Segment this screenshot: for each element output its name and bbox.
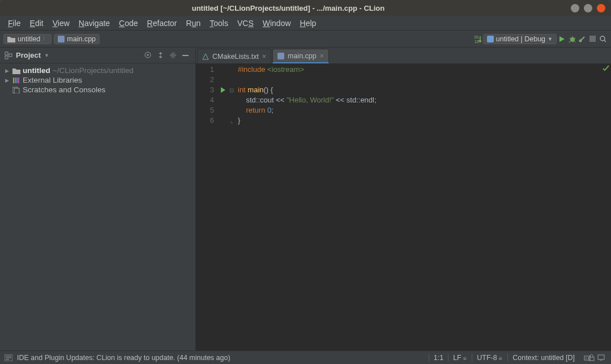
scratches-label: Scratches and Consoles: [23, 85, 105, 94]
breadcrumb-file[interactable]: main.cpp: [54, 34, 100, 44]
fold-close-icon[interactable]: ⌞: [228, 115, 236, 126]
run-configuration-label: untitled | Debug: [496, 35, 545, 43]
menu-code[interactable]: Code: [114, 17, 142, 29]
svg-text:01: 01: [475, 35, 479, 39]
line-number: 3: [196, 85, 214, 95]
svg-point-7: [600, 36, 605, 41]
project-root-path: ~/CLionProjects/untitled: [53, 66, 134, 75]
stop-button[interactable]: [587, 36, 597, 42]
libraries-icon: [12, 76, 20, 84]
menu-refactor[interactable]: Refactor: [143, 17, 182, 29]
lock-icon[interactable]: [588, 354, 597, 361]
close-tab-icon[interactable]: ×: [262, 53, 266, 61]
minimize-button[interactable]: [571, 4, 579, 12]
external-libraries-node[interactable]: ▶ External Libraries: [0, 75, 195, 85]
svg-rect-15: [13, 78, 14, 83]
settings-icon[interactable]: [169, 52, 178, 59]
project-view-dropdown[interactable]: ▼: [44, 53, 49, 58]
status-caret-position[interactable]: 1:1: [429, 354, 448, 362]
status-message[interactable]: IDE and Plugin Updates: CLion is ready t…: [17, 354, 230, 362]
toggle-build-icon[interactable]: 0110: [473, 35, 483, 44]
menu-run[interactable]: Run: [182, 17, 206, 29]
svg-rect-14: [182, 55, 189, 56]
menu-help[interactable]: Help: [296, 17, 321, 29]
code-token: std::cout <<: [238, 96, 287, 104]
svg-rect-17: [16, 78, 18, 83]
debug-button[interactable]: [567, 35, 577, 43]
svg-point-12: [147, 54, 149, 56]
memory-indicator-icon[interactable]: [579, 354, 588, 361]
svg-rect-8: [5, 52, 8, 55]
status-log-icon[interactable]: [5, 354, 14, 361]
line-number: 1: [196, 65, 214, 75]
tab-main-cpp-label: main.cpp: [288, 52, 317, 60]
code-editor[interactable]: 1 2 3 4 5 6 ⊟ ⌞ #include <iostream> int …: [196, 63, 611, 350]
expand-arrow-icon[interactable]: ▶: [3, 68, 10, 74]
svg-point-4: [570, 37, 575, 42]
window-controls: [571, 4, 605, 12]
code-token: ;: [271, 106, 274, 114]
menu-vcs[interactable]: VCS: [233, 17, 258, 29]
cpp-file-icon: [58, 36, 65, 42]
fold-open-icon[interactable]: ⊟: [228, 85, 236, 95]
editor-area: CMakeLists.txt × main.cpp × 1 2 3 4 5 6: [196, 48, 611, 350]
status-context[interactable]: Context: untitled [D]: [507, 354, 579, 362]
locate-file-icon[interactable]: [144, 52, 153, 59]
code-token: main: [247, 85, 263, 94]
project-tool-window-title: Project: [16, 51, 41, 59]
scratches-node[interactable]: ▶ Scratches and Consoles: [0, 85, 195, 95]
close-button[interactable]: [597, 4, 605, 12]
svg-rect-26: [589, 357, 594, 361]
breadcrumb-file-label: main.cpp: [67, 35, 96, 43]
menu-edit[interactable]: Edit: [25, 17, 48, 29]
run-gutter-icon[interactable]: [219, 85, 228, 95]
navigation-bar: untitled 〉 main.cpp 0110 untitled | Debu…: [0, 31, 611, 48]
status-line-separator[interactable]: LF ≑: [448, 354, 472, 362]
menu-file[interactable]: File: [3, 17, 25, 29]
titlebar: untitled [~/CLionProjects/untitled] - ..…: [0, 0, 611, 16]
menu-navigate[interactable]: Navigate: [74, 17, 114, 29]
status-bar: IDE and Plugin Updates: CLion is ready t…: [0, 350, 611, 364]
menu-tools[interactable]: Tools: [205, 17, 233, 29]
search-everywhere-button[interactable]: [597, 35, 608, 43]
code-token: "Hello, World!": [287, 96, 334, 104]
menu-window[interactable]: Window: [258, 17, 296, 29]
line-number-gutter[interactable]: 1 2 3 4 5 6: [196, 63, 219, 350]
cpp-file-icon: [277, 53, 284, 59]
hide-tool-window-icon[interactable]: [182, 52, 191, 59]
project-tool-window: Project ▼ ▶ untitled ~/CLionProjects/unt…: [0, 48, 196, 350]
expand-arrow-icon[interactable]: ▶: [3, 78, 10, 83]
editor-tabs: CMakeLists.txt × main.cpp ×: [196, 48, 611, 63]
project-root-node[interactable]: ▶ untitled ~/CLionProjects/untitled: [0, 66, 195, 75]
status-encoding[interactable]: UTF-8 ≑: [472, 354, 507, 362]
inspection-ok-icon[interactable]: [602, 65, 610, 72]
notifications-icon[interactable]: [597, 354, 606, 361]
tab-cmakelists-label: CMakeLists.txt: [212, 53, 259, 61]
code-token: int: [238, 85, 247, 94]
run-configuration-selector[interactable]: untitled | Debug ▼: [483, 34, 557, 44]
breadcrumb-project[interactable]: untitled 〉: [3, 34, 52, 44]
scratches-icon: [12, 87, 20, 93]
project-root-name: untitled: [23, 66, 50, 75]
close-tab-icon[interactable]: ×: [320, 52, 324, 60]
code-token: << std::endl;: [334, 96, 376, 104]
maximize-button[interactable]: [584, 4, 592, 12]
collapse-all-icon[interactable]: [157, 52, 166, 59]
svg-rect-27: [598, 355, 604, 359]
tab-cmakelists[interactable]: CMakeLists.txt ×: [197, 49, 271, 63]
breadcrumb-project-label: untitled: [18, 35, 40, 43]
tab-main-cpp[interactable]: main.cpp ×: [272, 49, 329, 63]
menu-view[interactable]: View: [48, 17, 74, 29]
run-button[interactable]: [557, 36, 567, 42]
attach-button[interactable]: [577, 36, 587, 42]
code-token: () {: [264, 85, 274, 94]
svg-point-5: [579, 39, 582, 42]
line-number: 5: [196, 105, 214, 115]
folder-icon: [7, 36, 15, 42]
project-tree[interactable]: ▶ untitled ~/CLionProjects/untitled ▶ Ex…: [0, 63, 195, 97]
code-content[interactable]: #include <iostream> int main() { std::co…: [236, 63, 377, 350]
folder-icon: [12, 67, 20, 74]
menu-bar: File Edit View Navigate Code Refactor Ru…: [0, 16, 611, 31]
gutter-icons: [219, 63, 228, 350]
chevron-down-icon: ▼: [548, 36, 553, 42]
